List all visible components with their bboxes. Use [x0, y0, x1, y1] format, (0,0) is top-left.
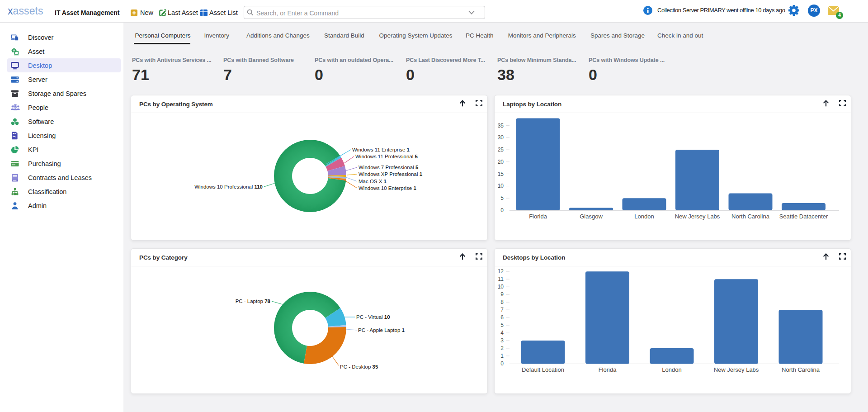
svg-text:New Jersey Labs: New Jersey Labs	[714, 366, 759, 373]
svg-text:Florida: Florida	[529, 213, 547, 220]
svg-text:PC - Laptop 78: PC - Laptop 78	[236, 298, 271, 304]
svg-text:20: 20	[498, 159, 504, 165]
svg-text:35: 35	[498, 123, 504, 129]
svg-text:North Carolina: North Carolina	[782, 366, 820, 373]
svg-text:New Jersey Labs: New Jersey Labs	[675, 213, 720, 220]
svg-text:8: 8	[500, 299, 504, 305]
svg-text:10: 10	[498, 284, 504, 290]
svg-text:12: 12	[498, 268, 504, 275]
svg-text:PC - Desktop 35: PC - Desktop 35	[340, 364, 378, 369]
svg-text:Windows 7 Professional 5: Windows 7 Professional 5	[359, 165, 419, 170]
svg-text:Windows 10 Enterprise 1: Windows 10 Enterprise 1	[359, 185, 416, 191]
svg-text:Windows XP Professional 1: Windows XP Professional 1	[359, 171, 423, 177]
svg-text:0: 0	[500, 207, 504, 213]
svg-text:Windows 11 Enterprise 1: Windows 11 Enterprise 1	[352, 147, 410, 152]
svg-text:4: 4	[500, 330, 504, 336]
svg-text:North Carolina: North Carolina	[731, 213, 770, 220]
svg-text:2: 2	[500, 345, 504, 351]
svg-text:Mac OS X 1: Mac OS X 1	[359, 179, 387, 184]
svg-text:PC - Virtual 10: PC - Virtual 10	[356, 314, 390, 320]
svg-text:30: 30	[498, 134, 504, 141]
svg-text:Default Location: Default Location	[522, 366, 564, 373]
svg-text:10: 10	[498, 183, 504, 189]
svg-text:5: 5	[500, 195, 504, 201]
svg-text:London: London	[634, 213, 654, 220]
svg-text:PC - Apple Laptop 1: PC - Apple Laptop 1	[358, 327, 405, 333]
svg-text:6: 6	[500, 314, 504, 321]
svg-text:5: 5	[500, 322, 504, 328]
svg-text:3: 3	[500, 337, 504, 344]
svg-text:Windows 10 Professional 110: Windows 10 Professional 110	[194, 184, 263, 189]
svg-text:Glasgow: Glasgow	[580, 213, 603, 220]
svg-text:9: 9	[500, 291, 504, 298]
svg-text:0: 0	[500, 360, 504, 367]
svg-text:London: London	[662, 366, 681, 373]
svg-text:Seattle Datacenter: Seattle Datacenter	[779, 213, 828, 220]
svg-text:1: 1	[500, 353, 504, 359]
svg-text:Windows 11 Professional 5: Windows 11 Professional 5	[355, 154, 418, 159]
svg-text:25: 25	[498, 147, 504, 153]
svg-text:15: 15	[498, 171, 504, 177]
svg-text:11: 11	[498, 276, 504, 282]
svg-text:Florida: Florida	[599, 366, 617, 373]
svg-text:7: 7	[500, 307, 504, 313]
